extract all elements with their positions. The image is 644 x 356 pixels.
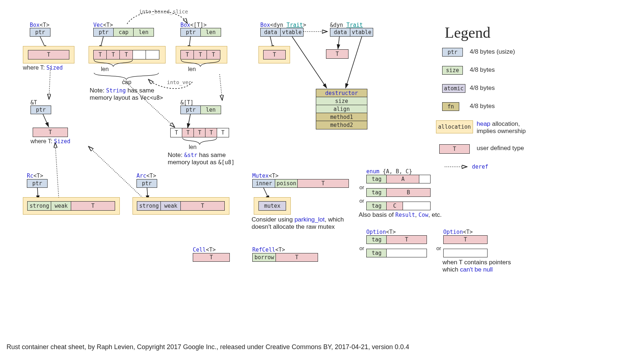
slice-T0: T: [182, 128, 194, 137]
arc-T: T: [180, 201, 225, 211]
rc-ptr: ptr: [27, 179, 48, 188]
parking-lot-link[interactable]: parking_lot: [294, 216, 325, 223]
arc-ptr: ptr: [136, 179, 157, 188]
slice-len: len: [200, 105, 221, 114]
vec-len: len: [133, 28, 154, 37]
vec-cap-label: cap: [122, 79, 131, 86]
vt-m1: method1: [316, 113, 367, 121]
boxdyn-T: T: [263, 50, 286, 59]
into-vec-label: into_vec: [167, 79, 191, 85]
lg-atomic: atomic: [442, 84, 465, 93]
vec-slot4: [146, 50, 159, 59]
enum-or1: or: [359, 184, 364, 190]
optL-title: Option<T>: [366, 229, 396, 235]
enum-B: B: [386, 188, 431, 197]
arc-strong: strong: [137, 201, 161, 211]
rc-title: Rc<T>: [27, 173, 43, 179]
trait-link[interactable]: Trait: [286, 22, 303, 28]
optR-T: T: [443, 235, 488, 244]
refcell-title: RefCell<T>: [252, 247, 285, 253]
enum-C: C: [386, 202, 403, 210]
vt-m2: method2: [316, 121, 367, 129]
vec-cap: cap: [113, 28, 134, 37]
slice-T2: T: [205, 128, 217, 137]
lg-T: T: [439, 144, 470, 154]
refcell-T: T: [276, 253, 318, 262]
boxslice-title: Box<[T]>: [180, 22, 207, 28]
slice-brace: [182, 137, 217, 146]
enum-pad0: [419, 175, 431, 183]
lg-ptr-desc: 4/8 bytes (usize): [470, 48, 515, 55]
slice-title: &[T]: [180, 99, 193, 106]
lg-size: size: [442, 66, 463, 75]
vec-T0: T: [93, 50, 107, 59]
enum-title: enum {A, B, C}: [366, 168, 412, 175]
enum-or2: or: [359, 198, 364, 204]
slice-T3: T: [217, 128, 229, 137]
ref-t-ptr: ptr: [30, 105, 51, 114]
lg-atomic-desc: 4/8 bytes: [470, 84, 495, 92]
mutex-note: Consider using parking_lot, whichdoesn't…: [252, 216, 344, 231]
bslice-T0: T: [180, 50, 194, 59]
vec-note: Note: String has samememory layout as Ve…: [90, 87, 163, 102]
vec-T1: T: [106, 50, 120, 59]
refdyn-data: data: [330, 28, 351, 37]
slice-T-1: T: [170, 128, 183, 137]
box-t-T: T: [28, 50, 69, 59]
enum-A: A: [386, 175, 420, 183]
enum-tag0: tag: [366, 175, 387, 183]
boxdyn-vtable: vtable: [280, 28, 303, 37]
arc-title: Arc<T>: [136, 173, 156, 179]
rc-T: T: [71, 201, 115, 211]
box-t-title: Box<T>: [30, 22, 49, 28]
rc-strong: strong: [27, 201, 52, 211]
lg-fn: fn: [442, 102, 459, 111]
mutex-title: Mutex<T>: [252, 173, 278, 179]
cell-T: T: [193, 253, 230, 262]
box-t-ptr: ptr: [30, 28, 50, 37]
lg-ptr: ptr: [442, 48, 463, 57]
optL-or: or: [359, 245, 364, 251]
bslice-T2: T: [207, 50, 220, 59]
slice-note: Note: &str has samememory layout as &[u8…: [168, 152, 235, 166]
ref-t-T: T: [33, 128, 68, 137]
optR-pad: [443, 249, 488, 257]
refdyn-vtable: vtable: [350, 28, 373, 37]
vec-len-label: len: [101, 66, 109, 73]
bslice-T1: T: [193, 50, 207, 59]
vt-destructor: destructor: [316, 89, 367, 98]
optL-pad: [386, 249, 427, 257]
optL-tag0: tag: [366, 235, 387, 244]
enum-tag1: tag: [366, 188, 387, 197]
null-opt-link[interactable]: can't be null: [460, 266, 493, 273]
optR-or: or: [436, 245, 441, 251]
optL-T: T: [386, 235, 427, 244]
ref-t-title: &T: [30, 99, 37, 106]
bslice-len-label: len: [188, 66, 196, 73]
boxdyn-title: Box<dyn Trait>: [260, 22, 306, 28]
lg-size-desc: 4/8 bytes: [470, 66, 495, 74]
optL-tag1: tag: [366, 249, 387, 257]
enum-tag2: tag: [366, 202, 387, 210]
slice-len-lbl: len: [189, 144, 196, 150]
refdyn-title: &dyn Trait: [330, 22, 363, 28]
optR-title: Option<T>: [443, 229, 473, 235]
vec-title: Vec<T>: [93, 22, 113, 28]
into-boxed-label: into_boxed_slice: [139, 9, 188, 15]
box-t-where: where T: Sized: [23, 65, 63, 71]
vec-ptr: ptr: [93, 28, 114, 37]
lg-deref: deref: [472, 163, 488, 170]
lg-fn-desc: 4/8 bytes: [470, 103, 495, 110]
mutex-mutex: mutex: [258, 201, 286, 211]
boxslice-ptr: ptr: [180, 28, 201, 37]
vt-align: align: [316, 105, 367, 113]
legend-title: Legend: [445, 24, 490, 41]
boxdyn-data: data: [260, 28, 281, 37]
mutex-T: T: [297, 179, 349, 188]
trait-link-2[interactable]: Trait: [346, 22, 363, 28]
slice-T1: T: [193, 128, 206, 137]
refcell-borrow: borrow: [252, 253, 276, 262]
mutex-poison: poison: [275, 179, 298, 188]
lg-alloc: allocation: [436, 120, 473, 133]
vec-slot3: [133, 50, 146, 59]
